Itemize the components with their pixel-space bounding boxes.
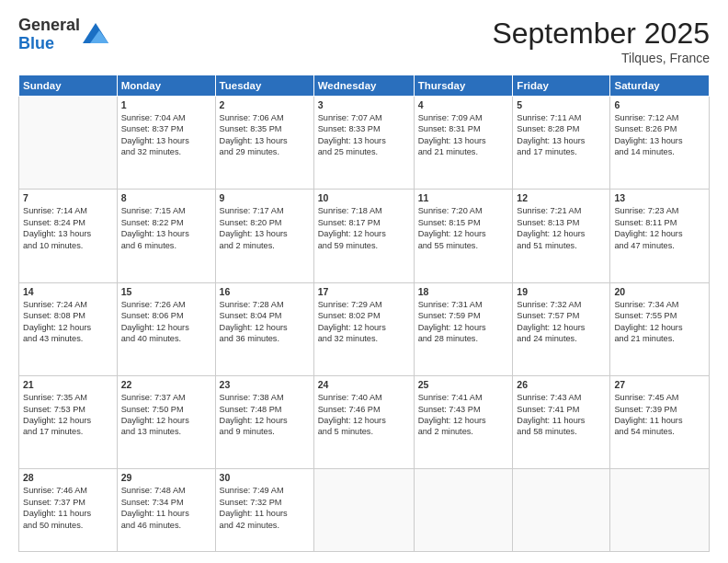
calendar-cell: 3Sunrise: 7:07 AM Sunset: 8:33 PM Daylig… xyxy=(313,97,414,190)
col-saturday: Saturday xyxy=(610,75,710,97)
calendar-cell: 4Sunrise: 7:09 AM Sunset: 8:31 PM Daylig… xyxy=(414,97,513,190)
month-title: September 2025 xyxy=(492,17,710,51)
day-number: 18 xyxy=(418,286,509,297)
calendar-table: Sunday Monday Tuesday Wednesday Thursday… xyxy=(18,75,710,552)
calendar-week-4: 21Sunrise: 7:35 AM Sunset: 7:53 PM Dayli… xyxy=(19,376,710,469)
day-content: Sunrise: 7:32 AM Sunset: 7:57 PM Dayligh… xyxy=(517,299,606,345)
calendar-cell: 18Sunrise: 7:31 AM Sunset: 7:59 PM Dayli… xyxy=(414,282,513,375)
day-content: Sunrise: 7:26 AM Sunset: 8:06 PM Dayligh… xyxy=(121,299,211,345)
day-content: Sunrise: 7:49 AM Sunset: 7:32 PM Dayligh… xyxy=(220,485,310,531)
day-number: 2 xyxy=(220,99,310,110)
calendar-cell: 2Sunrise: 7:06 AM Sunset: 8:35 PM Daylig… xyxy=(215,97,313,190)
calendar-cell: 6Sunrise: 7:12 AM Sunset: 8:26 PM Daylig… xyxy=(610,97,710,190)
day-content: Sunrise: 7:06 AM Sunset: 8:35 PM Dayligh… xyxy=(220,112,310,158)
day-number: 16 xyxy=(220,286,310,297)
day-number: 7 xyxy=(23,192,113,203)
title-block: September 2025 Tilques, France xyxy=(492,17,710,65)
day-number: 26 xyxy=(517,379,606,390)
calendar-cell: 23Sunrise: 7:38 AM Sunset: 7:48 PM Dayli… xyxy=(215,376,313,469)
day-content: Sunrise: 7:18 AM Sunset: 8:17 PM Dayligh… xyxy=(318,205,410,251)
day-content: Sunrise: 7:23 AM Sunset: 8:11 PM Dayligh… xyxy=(614,205,705,251)
header: General Blue September 2025 Tilques, Fra… xyxy=(18,17,710,65)
calendar-page: General Blue September 2025 Tilques, Fra… xyxy=(0,0,728,563)
calendar-cell: 14Sunrise: 7:24 AM Sunset: 8:08 PM Dayli… xyxy=(19,282,118,375)
day-content: Sunrise: 7:31 AM Sunset: 7:59 PM Dayligh… xyxy=(418,299,509,345)
calendar-cell: 10Sunrise: 7:18 AM Sunset: 8:17 PM Dayli… xyxy=(313,190,414,282)
calendar-cell xyxy=(19,97,118,190)
calendar-cell: 28Sunrise: 7:46 AM Sunset: 7:37 PM Dayli… xyxy=(19,469,118,552)
calendar-cell: 13Sunrise: 7:23 AM Sunset: 8:11 PM Dayli… xyxy=(610,190,710,282)
calendar-cell: 12Sunrise: 7:21 AM Sunset: 8:13 PM Dayli… xyxy=(513,190,610,282)
day-content: Sunrise: 7:43 AM Sunset: 7:41 PM Dayligh… xyxy=(517,392,606,438)
calendar-cell: 21Sunrise: 7:35 AM Sunset: 7:53 PM Dayli… xyxy=(19,376,118,469)
day-number: 29 xyxy=(121,472,211,483)
day-number: 28 xyxy=(23,472,113,483)
col-monday: Monday xyxy=(117,75,215,97)
calendar-cell: 5Sunrise: 7:11 AM Sunset: 8:28 PM Daylig… xyxy=(513,97,610,190)
day-number: 19 xyxy=(517,286,606,297)
calendar-cell: 8Sunrise: 7:15 AM Sunset: 8:22 PM Daylig… xyxy=(117,190,215,282)
calendar-cell: 9Sunrise: 7:17 AM Sunset: 8:20 PM Daylig… xyxy=(215,190,313,282)
calendar-week-3: 14Sunrise: 7:24 AM Sunset: 8:08 PM Dayli… xyxy=(19,282,710,375)
day-content: Sunrise: 7:48 AM Sunset: 7:34 PM Dayligh… xyxy=(121,485,211,531)
day-number: 17 xyxy=(318,286,410,297)
calendar-week-2: 7Sunrise: 7:14 AM Sunset: 8:24 PM Daylig… xyxy=(19,190,710,282)
day-content: Sunrise: 7:40 AM Sunset: 7:46 PM Dayligh… xyxy=(318,392,410,438)
day-content: Sunrise: 7:46 AM Sunset: 7:37 PM Dayligh… xyxy=(23,485,113,531)
calendar-cell: 19Sunrise: 7:32 AM Sunset: 7:57 PM Dayli… xyxy=(513,282,610,375)
day-number: 6 xyxy=(614,99,705,110)
day-content: Sunrise: 7:14 AM Sunset: 8:24 PM Dayligh… xyxy=(23,205,113,251)
day-number: 20 xyxy=(614,286,705,297)
day-content: Sunrise: 7:38 AM Sunset: 7:48 PM Dayligh… xyxy=(220,392,310,438)
day-content: Sunrise: 7:20 AM Sunset: 8:15 PM Dayligh… xyxy=(418,205,509,251)
calendar-cell xyxy=(414,469,513,552)
day-content: Sunrise: 7:15 AM Sunset: 8:22 PM Dayligh… xyxy=(121,205,211,251)
calendar-cell: 22Sunrise: 7:37 AM Sunset: 7:50 PM Dayli… xyxy=(117,376,215,469)
day-number: 24 xyxy=(318,379,410,390)
calendar-cell: 7Sunrise: 7:14 AM Sunset: 8:24 PM Daylig… xyxy=(19,190,118,282)
day-number: 13 xyxy=(614,192,705,203)
day-content: Sunrise: 7:07 AM Sunset: 8:33 PM Dayligh… xyxy=(318,112,410,158)
col-tuesday: Tuesday xyxy=(215,75,313,97)
day-content: Sunrise: 7:24 AM Sunset: 8:08 PM Dayligh… xyxy=(23,299,113,345)
day-number: 22 xyxy=(121,379,211,390)
calendar-header-row: Sunday Monday Tuesday Wednesday Thursday… xyxy=(19,75,710,97)
logo-blue: Blue xyxy=(18,35,80,53)
calendar-cell: 15Sunrise: 7:26 AM Sunset: 8:06 PM Dayli… xyxy=(117,282,215,375)
day-number: 14 xyxy=(23,286,113,297)
col-wednesday: Wednesday xyxy=(313,75,414,97)
logo-icon xyxy=(83,23,108,43)
day-number: 9 xyxy=(220,192,310,203)
day-number: 15 xyxy=(121,286,211,297)
calendar-week-5: 28Sunrise: 7:46 AM Sunset: 7:37 PM Dayli… xyxy=(19,469,710,552)
day-number: 12 xyxy=(517,192,606,203)
col-thursday: Thursday xyxy=(414,75,513,97)
day-content: Sunrise: 7:35 AM Sunset: 7:53 PM Dayligh… xyxy=(23,392,113,438)
day-content: Sunrise: 7:17 AM Sunset: 8:20 PM Dayligh… xyxy=(220,205,310,251)
calendar-cell: 16Sunrise: 7:28 AM Sunset: 8:04 PM Dayli… xyxy=(215,282,313,375)
logo: General Blue xyxy=(18,17,108,53)
col-sunday: Sunday xyxy=(19,75,118,97)
calendar-cell xyxy=(610,469,710,552)
day-content: Sunrise: 7:29 AM Sunset: 8:02 PM Dayligh… xyxy=(318,299,410,345)
calendar-cell: 11Sunrise: 7:20 AM Sunset: 8:15 PM Dayli… xyxy=(414,190,513,282)
calendar-cell: 29Sunrise: 7:48 AM Sunset: 7:34 PM Dayli… xyxy=(117,469,215,552)
calendar-cell: 30Sunrise: 7:49 AM Sunset: 7:32 PM Dayli… xyxy=(215,469,313,552)
day-content: Sunrise: 7:09 AM Sunset: 8:31 PM Dayligh… xyxy=(418,112,509,158)
day-number: 23 xyxy=(220,379,310,390)
day-content: Sunrise: 7:45 AM Sunset: 7:39 PM Dayligh… xyxy=(614,392,705,438)
calendar-cell: 24Sunrise: 7:40 AM Sunset: 7:46 PM Dayli… xyxy=(313,376,414,469)
location-subtitle: Tilques, France xyxy=(492,51,710,65)
day-number: 21 xyxy=(23,379,113,390)
calendar-cell xyxy=(313,469,414,552)
day-content: Sunrise: 7:04 AM Sunset: 8:37 PM Dayligh… xyxy=(121,112,211,158)
calendar-cell xyxy=(513,469,610,552)
day-number: 27 xyxy=(614,379,705,390)
calendar-cell: 26Sunrise: 7:43 AM Sunset: 7:41 PM Dayli… xyxy=(513,376,610,469)
calendar-cell: 25Sunrise: 7:41 AM Sunset: 7:43 PM Dayli… xyxy=(414,376,513,469)
logo-general: General xyxy=(18,17,80,35)
day-number: 10 xyxy=(318,192,410,203)
day-number: 3 xyxy=(318,99,410,110)
calendar-cell: 20Sunrise: 7:34 AM Sunset: 7:55 PM Dayli… xyxy=(610,282,710,375)
day-content: Sunrise: 7:34 AM Sunset: 7:55 PM Dayligh… xyxy=(614,299,705,345)
